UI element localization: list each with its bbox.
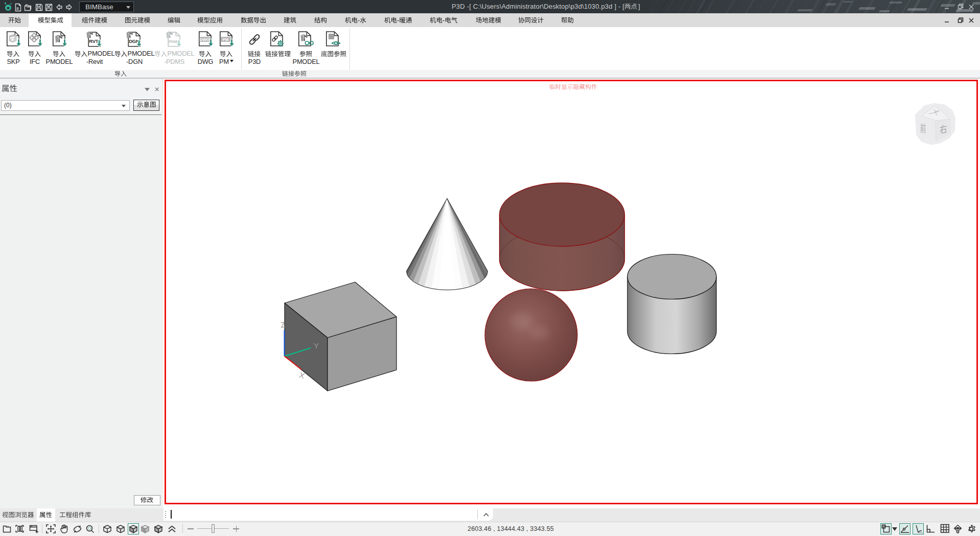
svg-text:PM: PM	[223, 37, 229, 42]
svg-text:DWG: DWG	[200, 37, 210, 42]
svg-text:Y: Y	[314, 341, 319, 350]
svg-text:X: X	[298, 370, 306, 380]
